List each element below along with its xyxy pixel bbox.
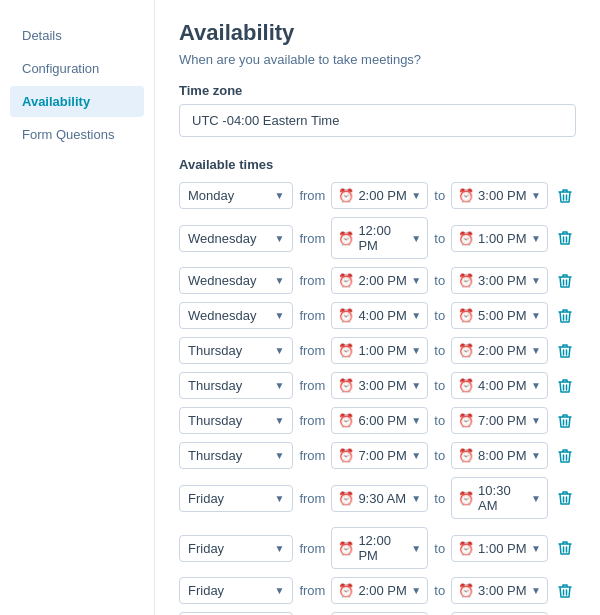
delete-row-button-0[interactable]: [554, 184, 576, 208]
to-time-value: 2:00 PM: [478, 343, 527, 358]
from-time-select-3[interactable]: ⏰ 4:00 PM ▼: [331, 302, 428, 329]
day-value: Monday: [188, 188, 234, 203]
from-time-value: 2:00 PM: [358, 583, 407, 598]
day-chevron-icon: ▼: [274, 233, 284, 244]
to-label: to: [434, 273, 445, 288]
delete-row-button-6[interactable]: [554, 409, 576, 433]
to-time-select-0[interactable]: ⏰ 3:00 PM ▼: [451, 182, 548, 209]
time-row: Thursday ▼ from ⏰ 6:00 PM ▼ to ⏰ 7:00 PM…: [179, 407, 576, 434]
day-select-10[interactable]: Friday ▼: [179, 577, 293, 604]
sidebar-item-form-questions[interactable]: Form Questions: [10, 119, 144, 150]
from-label: from: [299, 308, 325, 323]
sidebar: DetailsConfigurationAvailabilityForm Que…: [0, 0, 155, 615]
from-label: from: [299, 491, 325, 506]
trash-icon: [558, 230, 572, 246]
to-time-select-1[interactable]: ⏰ 1:00 PM ▼: [451, 225, 548, 252]
day-select-8[interactable]: Friday ▼: [179, 485, 293, 512]
delete-row-button-8[interactable]: [554, 486, 576, 510]
to-time-select-4[interactable]: ⏰ 2:00 PM ▼: [451, 337, 548, 364]
delete-row-button-4[interactable]: [554, 339, 576, 363]
to-time-select-5[interactable]: ⏰ 4:00 PM ▼: [451, 372, 548, 399]
delete-row-button-10[interactable]: [554, 579, 576, 603]
from-time-select-2[interactable]: ⏰ 2:00 PM ▼: [331, 267, 428, 294]
from-chevron-icon: ▼: [411, 543, 421, 554]
to-time-select-3[interactable]: ⏰ 5:00 PM ▼: [451, 302, 548, 329]
to-label: to: [434, 448, 445, 463]
from-label: from: [299, 188, 325, 203]
clock-icon: ⏰: [458, 308, 474, 323]
to-time-value: 3:00 PM: [478, 273, 527, 288]
from-time-select-6[interactable]: ⏰ 6:00 PM ▼: [331, 407, 428, 434]
day-select-3[interactable]: Wednesday ▼: [179, 302, 293, 329]
time-row: Friday ▼ from ⏰ 9:30 AM ▼ to ⏰ 10:30 AM …: [179, 477, 576, 519]
day-chevron-icon: ▼: [274, 380, 284, 391]
sidebar-item-details[interactable]: Details: [10, 20, 144, 51]
delete-row-button-7[interactable]: [554, 444, 576, 468]
clock-icon: ⏰: [458, 583, 474, 598]
to-label: to: [434, 308, 445, 323]
from-time-select-0[interactable]: ⏰ 2:00 PM ▼: [331, 182, 428, 209]
from-time-select-5[interactable]: ⏰ 3:00 PM ▼: [331, 372, 428, 399]
day-chevron-icon: ▼: [274, 543, 284, 554]
delete-row-button-9[interactable]: [554, 536, 576, 560]
clock-icon: ⏰: [458, 413, 474, 428]
to-time-select-7[interactable]: ⏰ 8:00 PM ▼: [451, 442, 548, 469]
day-select-2[interactable]: Wednesday ▼: [179, 267, 293, 294]
time-row: Monday ▼ from ⏰ 2:00 PM ▼ to ⏰ 3:00 PM ▼: [179, 182, 576, 209]
delete-row-button-5[interactable]: [554, 374, 576, 398]
from-time-select-9[interactable]: ⏰ 12:00 PM ▼: [331, 527, 428, 569]
trash-icon: [558, 273, 572, 289]
trash-icon: [558, 583, 572, 599]
from-label: from: [299, 231, 325, 246]
to-label: to: [434, 583, 445, 598]
day-select-9[interactable]: Friday ▼: [179, 535, 293, 562]
day-value: Friday: [188, 583, 224, 598]
to-time-value: 3:00 PM: [478, 583, 527, 598]
to-chevron-icon: ▼: [531, 585, 541, 596]
from-chevron-icon: ▼: [411, 233, 421, 244]
from-label: from: [299, 343, 325, 358]
to-time-value: 4:00 PM: [478, 378, 527, 393]
day-chevron-icon: ▼: [274, 310, 284, 321]
to-time-select-2[interactable]: ⏰ 3:00 PM ▼: [451, 267, 548, 294]
clock-icon: ⏰: [338, 491, 354, 506]
day-select-6[interactable]: Thursday ▼: [179, 407, 293, 434]
from-label: from: [299, 448, 325, 463]
day-value: Wednesday: [188, 273, 256, 288]
from-label: from: [299, 583, 325, 598]
delete-row-button-2[interactable]: [554, 269, 576, 293]
time-row: Thursday ▼ from ⏰ 7:00 PM ▼ to ⏰ 8:00 PM…: [179, 442, 576, 469]
day-select-1[interactable]: Wednesday ▼: [179, 225, 293, 252]
to-label: to: [434, 413, 445, 428]
to-time-select-8[interactable]: ⏰ 10:30 AM ▼: [451, 477, 548, 519]
delete-row-button-3[interactable]: [554, 304, 576, 328]
to-time-select-10[interactable]: ⏰ 3:00 PM ▼: [451, 577, 548, 604]
time-row: Friday ▼ from ⏰ 12:00 PM ▼ to ⏰ 1:00 PM …: [179, 527, 576, 569]
day-chevron-icon: ▼: [274, 585, 284, 596]
sidebar-item-availability[interactable]: Availability: [10, 86, 144, 117]
clock-icon: ⏰: [338, 188, 354, 203]
delete-row-button-1[interactable]: [554, 226, 576, 250]
from-time-select-10[interactable]: ⏰ 2:00 PM ▼: [331, 577, 428, 604]
to-time-select-6[interactable]: ⏰ 7:00 PM ▼: [451, 407, 548, 434]
sidebar-item-configuration[interactable]: Configuration: [10, 53, 144, 84]
to-time-select-9[interactable]: ⏰ 1:00 PM ▼: [451, 535, 548, 562]
time-row: Thursday ▼ from ⏰ 3:00 PM ▼ to ⏰ 4:00 PM…: [179, 372, 576, 399]
day-select-0[interactable]: Monday ▼: [179, 182, 293, 209]
day-select-7[interactable]: Thursday ▼: [179, 442, 293, 469]
from-chevron-icon: ▼: [411, 345, 421, 356]
from-time-select-4[interactable]: ⏰ 1:00 PM ▼: [331, 337, 428, 364]
from-time-value: 9:30 AM: [358, 491, 407, 506]
to-time-value: 3:00 PM: [478, 188, 527, 203]
clock-icon: ⏰: [458, 491, 474, 506]
from-time-select-8[interactable]: ⏰ 9:30 AM ▼: [331, 485, 428, 512]
clock-icon: ⏰: [458, 378, 474, 393]
from-chevron-icon: ▼: [411, 415, 421, 426]
page-title: Availability: [179, 20, 576, 46]
clock-icon: ⏰: [338, 378, 354, 393]
day-select-4[interactable]: Thursday ▼: [179, 337, 293, 364]
from-time-select-1[interactable]: ⏰ 12:00 PM ▼: [331, 217, 428, 259]
day-select-5[interactable]: Thursday ▼: [179, 372, 293, 399]
main-content: Availability When are you available to t…: [155, 0, 600, 615]
from-time-select-7[interactable]: ⏰ 7:00 PM ▼: [331, 442, 428, 469]
